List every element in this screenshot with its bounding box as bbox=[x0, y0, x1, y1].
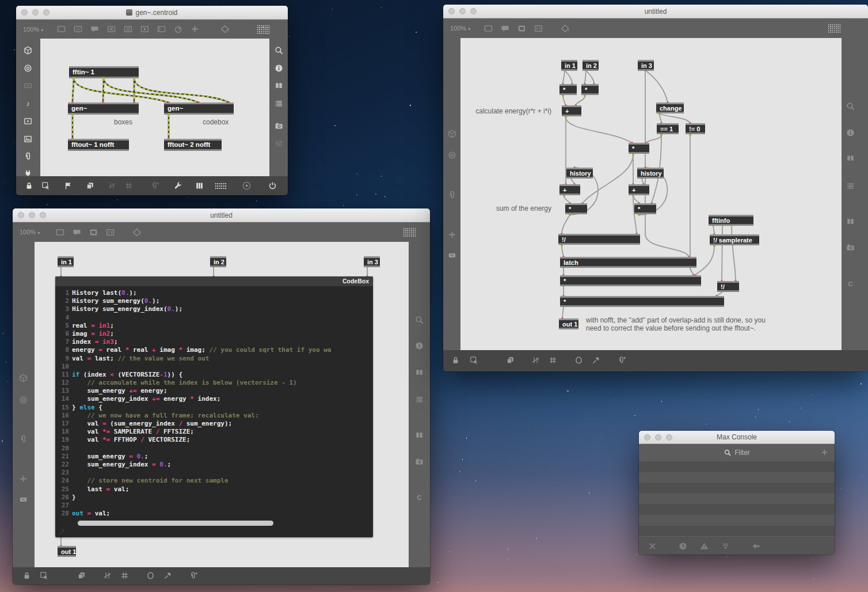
object-mul[interactable]: * bbox=[565, 203, 587, 214]
mini-object-icon[interactable] bbox=[18, 495, 28, 504]
package-icon[interactable] bbox=[23, 45, 33, 55]
zoom-control[interactable]: 100% ▾ bbox=[23, 26, 43, 33]
minimize-button[interactable] bbox=[32, 9, 39, 16]
dial-icon[interactable] bbox=[173, 24, 183, 34]
patch-cords-icon[interactable] bbox=[531, 355, 540, 365]
select-icon[interactable] bbox=[39, 571, 49, 580]
layers-icon[interactable] bbox=[77, 571, 86, 580]
comment-codebox[interactable]: codebox bbox=[203, 118, 229, 126]
patcher-canvas[interactable]: fftin~ 1 gen~ gen~ fftout~ 1 nofft fftou… bbox=[40, 39, 269, 176]
console-row[interactable] bbox=[639, 461, 835, 472]
camera-icon[interactable] bbox=[846, 242, 855, 252]
object-add[interactable]: + bbox=[562, 105, 581, 116]
search-icon[interactable] bbox=[414, 315, 424, 325]
list-icon[interactable] bbox=[414, 394, 424, 404]
console-rows[interactable] bbox=[639, 461, 835, 536]
comment-energy[interactable]: calculate energy(r*r + i*i) bbox=[466, 107, 551, 115]
mini-object-icon[interactable] bbox=[447, 251, 457, 260]
grid-icon[interactable] bbox=[120, 571, 130, 580]
titlebar[interactable]: untitled bbox=[443, 5, 868, 18]
columns-icon[interactable] bbox=[274, 81, 284, 90]
select-icon[interactable] bbox=[469, 355, 479, 365]
dark-box-icon[interactable] bbox=[89, 227, 98, 237]
video-icon[interactable] bbox=[23, 116, 33, 126]
close-button[interactable] bbox=[644, 434, 650, 441]
c-badge-icon[interactable] bbox=[414, 493, 424, 503]
codebox-code[interactable]: 1History last(0.);2History sum_energy(0.… bbox=[55, 286, 373, 518]
traffic-lights[interactable] bbox=[18, 212, 46, 218]
object-mul-wider[interactable]: * bbox=[560, 296, 724, 307]
back-arrow-icon[interactable] bbox=[751, 541, 761, 551]
object-neq0[interactable]: != 0 bbox=[686, 123, 705, 134]
comment-boxes[interactable]: boxes bbox=[114, 118, 132, 126]
object-divw[interactable]: !/ bbox=[558, 234, 640, 245]
object-fftin[interactable]: fftin~ 1 bbox=[69, 66, 139, 78]
comment-sum[interactable]: sum of the energy bbox=[466, 204, 551, 212]
circle-icon[interactable] bbox=[146, 571, 155, 580]
grid-matrix-icon[interactable] bbox=[257, 25, 270, 34]
paperclip-icon[interactable] bbox=[23, 151, 33, 161]
columns-icon[interactable] bbox=[846, 153, 855, 163]
add-filter-icon[interactable] bbox=[820, 448, 829, 457]
comment-nofft-line1[interactable]: with nofft, the "add" part of overlap-ad… bbox=[586, 316, 766, 324]
object-box-icon[interactable] bbox=[56, 24, 66, 34]
info-icon[interactable] bbox=[414, 341, 424, 351]
object-box-icon[interactable] bbox=[55, 227, 65, 237]
object-in3[interactable]: in 3 bbox=[364, 256, 380, 267]
close-button[interactable] bbox=[21, 9, 28, 16]
traffic-lights[interactable] bbox=[448, 8, 477, 14]
object-out1[interactable]: out 1 bbox=[58, 546, 76, 557]
music-note-icon[interactable] bbox=[23, 98, 33, 108]
filter-input[interactable]: Filter bbox=[734, 449, 750, 457]
console-row[interactable] bbox=[639, 494, 835, 504]
object-history[interactable]: history bbox=[637, 168, 664, 179]
console-row[interactable] bbox=[639, 504, 835, 515]
paperclip-icon[interactable] bbox=[18, 434, 28, 444]
columns-icon[interactable] bbox=[414, 367, 424, 377]
camera-icon[interactable] bbox=[274, 121, 284, 131]
button-box-icon[interactable] bbox=[123, 24, 133, 34]
lock-icon[interactable] bbox=[451, 355, 460, 365]
codebox[interactable]: CodeBox 1History last(0.);2History sum_e… bbox=[55, 276, 373, 537]
traffic-lights[interactable] bbox=[644, 434, 672, 441]
console-row[interactable] bbox=[639, 472, 835, 483]
warning-icon[interactable] bbox=[699, 541, 709, 551]
object-change[interactable]: change bbox=[656, 103, 684, 113]
filter-levels-icon[interactable] bbox=[721, 541, 730, 551]
zoom-button[interactable] bbox=[470, 8, 477, 14]
piano-icon[interactable] bbox=[195, 181, 204, 191]
target-icon[interactable] bbox=[447, 150, 457, 160]
wrench-icon[interactable] bbox=[173, 181, 183, 191]
target-icon[interactable] bbox=[23, 63, 33, 73]
object-history[interactable]: history bbox=[566, 168, 593, 179]
patcher-canvas[interactable]: in 1 in 2 in 3 * * + change == 1 != 0 * … bbox=[460, 38, 842, 350]
close-button[interactable] bbox=[448, 8, 455, 14]
package-icon[interactable] bbox=[447, 129, 457, 139]
object-gen-left[interactable]: gen~ bbox=[68, 103, 139, 115]
browser-icon[interactable] bbox=[414, 430, 424, 440]
clear-icon[interactable] bbox=[648, 541, 657, 551]
pin-icon[interactable] bbox=[591, 355, 601, 365]
play-circle-icon[interactable] bbox=[242, 181, 252, 191]
titlebar[interactable]: Max Console bbox=[639, 431, 835, 444]
lock-icon[interactable] bbox=[22, 571, 32, 580]
keyboard-icon[interactable] bbox=[23, 81, 33, 90]
pin-icon[interactable] bbox=[163, 571, 173, 580]
object-mul[interactable]: * bbox=[634, 203, 656, 214]
comment-icon[interactable] bbox=[90, 24, 100, 34]
power-icon[interactable] bbox=[268, 181, 277, 191]
object-add[interactable]: + bbox=[559, 184, 580, 195]
console-row[interactable] bbox=[639, 515, 835, 526]
layers-icon[interactable] bbox=[505, 355, 515, 365]
c-badge-icon[interactable] bbox=[846, 279, 855, 289]
layers-icon[interactable] bbox=[85, 181, 95, 191]
object-add[interactable]: + bbox=[629, 184, 649, 195]
image-icon[interactable] bbox=[23, 134, 33, 144]
object-mul[interactable]: * bbox=[629, 143, 649, 154]
close-button[interactable] bbox=[18, 212, 24, 218]
add-icon[interactable] bbox=[18, 474, 28, 484]
zoom-control[interactable]: 100% ▾ bbox=[20, 229, 40, 236]
patch-cords-icon[interactable] bbox=[107, 181, 117, 191]
paperclip-add-icon[interactable] bbox=[150, 181, 160, 191]
info-icon[interactable] bbox=[846, 128, 855, 138]
